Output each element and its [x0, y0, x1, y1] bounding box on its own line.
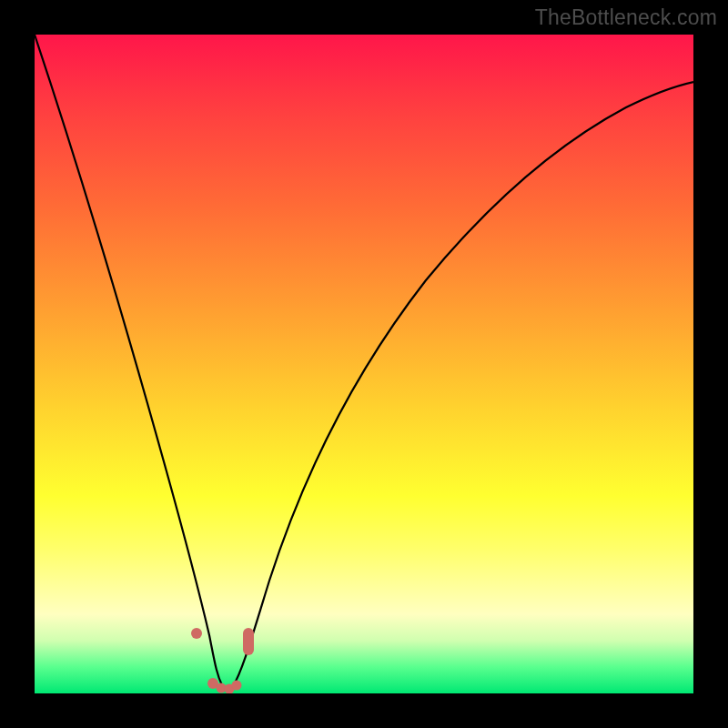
- watermark-text: TheBottleneck.com: [535, 5, 717, 30]
- curve-layer: [35, 35, 693, 693]
- plot-area: [35, 35, 693, 693]
- chart-frame: TheBottleneck.com: [0, 0, 728, 728]
- marker-dot: [232, 681, 242, 691]
- marker-dot: [191, 628, 202, 639]
- marker-cluster: [243, 628, 254, 655]
- bottleneck-curve: [35, 35, 693, 689]
